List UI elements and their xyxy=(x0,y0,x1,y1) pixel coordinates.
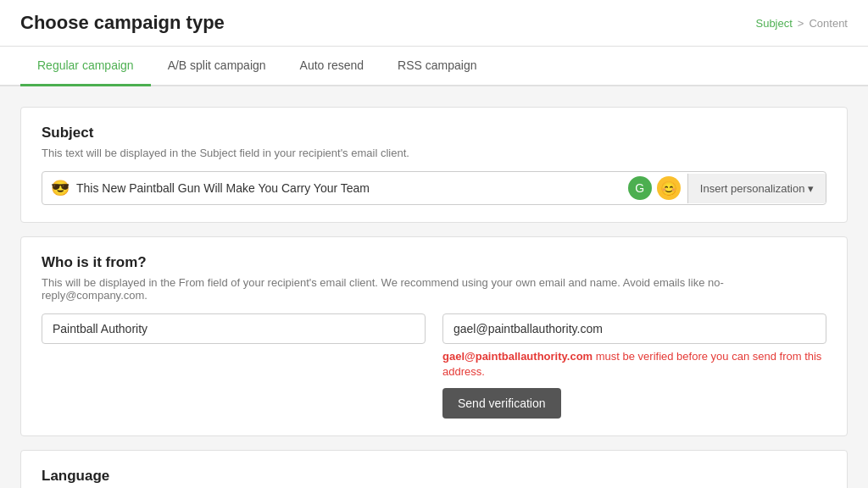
insert-personalization-button[interactable]: Insert personalization ▾ xyxy=(687,174,826,203)
breadcrumb-content: Content xyxy=(809,17,848,30)
emoji-icon[interactable]: 😊 xyxy=(657,176,681,200)
tab-rss-campaign[interactable]: RSS campaign xyxy=(381,47,493,86)
error-email-address: gael@paintballauthority.com xyxy=(442,350,593,363)
page-title: Choose campaign type xyxy=(20,12,225,34)
tabs-bar: Regular campaign A/B split campaign Auto… xyxy=(0,47,868,86)
breadcrumb: Subject > Content xyxy=(755,17,848,30)
top-bar: Choose campaign type Subject > Content xyxy=(0,0,868,47)
subject-input-inner: 😎 xyxy=(42,172,621,204)
tab-regular-campaign[interactable]: Regular campaign xyxy=(20,47,151,86)
language-section: Language The language you choose will be… xyxy=(20,450,848,488)
from-email-col: gael@paintballauthority.com must be veri… xyxy=(442,313,826,419)
grammarly-icon[interactable]: G xyxy=(628,176,652,200)
main-content: Subject This text will be displayed in t… xyxy=(0,86,868,488)
email-error-msg: gael@paintballauthority.com must be veri… xyxy=(442,349,826,380)
breadcrumb-separator: > xyxy=(798,17,804,30)
from-two-col: gael@paintballauthority.com must be veri… xyxy=(42,313,826,419)
subject-section-desc: This text will be displayed in the Subje… xyxy=(42,147,826,159)
tab-auto-resend[interactable]: Auto resend xyxy=(283,47,381,86)
subject-section-title: Subject xyxy=(42,125,826,141)
tab-ab-split[interactable]: A/B split campaign xyxy=(151,47,283,86)
subject-input-row: 😎 G 😊 Insert personalization ▾ xyxy=(42,171,826,205)
subject-icons: G 😊 xyxy=(621,176,687,200)
send-verification-button[interactable]: Send verification xyxy=(442,388,561,419)
breadcrumb-subject: Subject xyxy=(755,17,792,30)
from-email-input[interactable] xyxy=(442,313,826,344)
subject-section: Subject This text will be displayed in t… xyxy=(20,107,848,223)
from-name-input[interactable] xyxy=(42,313,426,344)
from-section-title: Who is it from? xyxy=(42,254,826,271)
subject-emoji: 😎 xyxy=(51,179,70,197)
language-section-title: Language xyxy=(42,468,826,485)
from-section-desc: This will be displayed in the From field… xyxy=(42,276,826,302)
subject-text-input[interactable] xyxy=(76,181,613,195)
from-name-col xyxy=(42,313,426,419)
from-section: Who is it from? This will be displayed i… xyxy=(20,236,848,436)
